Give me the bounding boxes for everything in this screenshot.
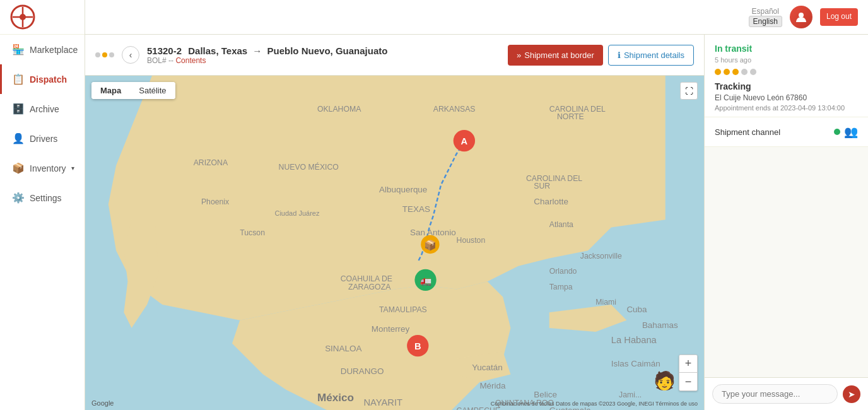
sidebar-item-dispatch[interactable]: 📋 Dispatch xyxy=(0,64,85,94)
svg-text:ZARAGOZA: ZARAGOZA xyxy=(348,283,391,291)
tracking-dots xyxy=(715,69,858,75)
sidebar-item-label: Settings xyxy=(30,193,62,203)
svg-text:Jacksonville: Jacksonville xyxy=(580,252,622,261)
svg-text:Houston: Houston xyxy=(457,236,486,245)
chat-input[interactable] xyxy=(712,384,838,404)
svg-text:Tucson: Tucson xyxy=(240,228,265,237)
zoom-controls: + − xyxy=(679,354,698,391)
svg-text:Mérida: Mérida xyxy=(479,381,506,390)
channel-label: Shipment channel xyxy=(715,127,780,137)
route-dot-1 xyxy=(95,52,100,57)
shipment-bol: BOL# -- Contents xyxy=(147,56,500,65)
sidebar-item-settings[interactable]: ⚙️ Settings xyxy=(0,183,85,213)
zoom-in-button[interactable]: + xyxy=(679,355,697,373)
tracking-dot-4 xyxy=(741,69,748,75)
tab-satelite[interactable]: Satélite xyxy=(130,82,175,99)
svg-text:Islas Caimán: Islas Caimán xyxy=(611,359,660,368)
participants-icon: 👥 xyxy=(844,125,858,139)
svg-text:Albuquerque: Albuquerque xyxy=(379,185,427,194)
main-area: Español English Log out ‹ xyxy=(85,0,868,410)
bol-contents-link[interactable]: Contents xyxy=(175,56,206,65)
tracking-appointment: Appointment ends at 2023-04-09 13:04:00 xyxy=(715,104,858,112)
sidebar-item-inventory[interactable]: 📦 Inventory xyxy=(0,153,85,183)
svg-text:SUR: SUR xyxy=(534,182,550,190)
tracking-location: El Cuije Nuevo León 67860 xyxy=(715,93,858,102)
channel-icons: 👥 xyxy=(834,125,858,139)
sidebar-item-label: Dispatch xyxy=(30,74,67,85)
svg-text:B: B xyxy=(414,341,421,351)
zoom-out-button[interactable]: − xyxy=(679,373,697,390)
send-icon: ➤ xyxy=(848,389,855,399)
fullscreen-icon: ⛶ xyxy=(685,86,693,96)
tracking-label: Tracking xyxy=(715,81,858,91)
shipment-channel-section: Shipment channel 👥 xyxy=(705,117,868,147)
app-logo-icon xyxy=(10,4,35,30)
sidebar-item-drivers[interactable]: 👤 Drivers xyxy=(0,124,85,153)
shipment-destination: Pueblo Nuevo, Guanajuato xyxy=(267,45,388,56)
svg-text:Cuba: Cuba xyxy=(626,305,647,314)
tracking-dot-5 xyxy=(750,69,756,75)
fullscreen-button[interactable]: ⛶ xyxy=(680,82,698,100)
map-section: ‹ 51320-2 Dallas, Texas → Pueblo Nuevo, … xyxy=(85,35,704,410)
svg-text:TAMAULIPAS: TAMAULIPAS xyxy=(379,305,427,314)
svg-text:Orlando: Orlando xyxy=(549,267,577,276)
sidebar-item-label: Archive xyxy=(30,104,59,114)
sidebar-item-archive[interactable]: 🗄️ Archive xyxy=(0,94,85,124)
svg-text:ARIZONA: ARIZONA xyxy=(194,158,228,167)
route-dots xyxy=(95,52,114,57)
settings-icon: ⚙️ xyxy=(12,192,25,204)
svg-text:Charlotte: Charlotte xyxy=(534,197,568,206)
status-time: 5 hours ago xyxy=(715,56,858,64)
sidebar-item-marketplace[interactable]: 🏪 Marketplace xyxy=(0,35,85,64)
lang-inactive[interactable]: Español xyxy=(752,7,779,16)
map-attribution: Combinaciones de teclas Datos de mapas ©… xyxy=(491,401,698,407)
svg-text:Yucatán: Yucatán xyxy=(472,363,503,372)
tab-mapa[interactable]: Mapa xyxy=(91,82,130,99)
chat-send-button[interactable]: ➤ xyxy=(843,385,860,403)
svg-text:📦: 📦 xyxy=(424,239,437,251)
logout-button[interactable]: Log out xyxy=(820,8,858,26)
archive-icon: 🗄️ xyxy=(12,103,25,115)
svg-text:México: México xyxy=(317,391,354,404)
svg-text:Atlanta: Atlanta xyxy=(549,220,573,229)
route-arrow: → xyxy=(252,45,262,56)
street-view-person[interactable]: 🧑 xyxy=(654,370,676,391)
svg-text:Ciudad Juárez: Ciudad Juárez xyxy=(274,209,320,217)
content-area: ‹ 51320-2 Dallas, Texas → Pueblo Nuevo, … xyxy=(85,35,868,410)
shipment-at-border-button[interactable]: » Shipment at border xyxy=(508,45,603,66)
status-badge: In transit xyxy=(715,44,858,54)
chat-input-area: ➤ xyxy=(705,377,868,410)
svg-text:🚛: 🚛 xyxy=(420,275,432,286)
svg-text:Monterrey: Monterrey xyxy=(372,324,410,334)
sidebar-item-label: Drivers xyxy=(30,134,57,144)
svg-text:Phoenix: Phoenix xyxy=(201,197,229,206)
inventory-icon: 📦 xyxy=(12,162,25,174)
map-container: OKLAHOMA ARKANSAS CAROLINA DEL NORTE ARI… xyxy=(85,76,704,410)
svg-text:ARKANSAS: ARKANSAS xyxy=(433,105,476,114)
sidebar-logo xyxy=(0,0,85,35)
svg-text:Bahamas: Bahamas xyxy=(642,320,678,330)
tracking-dot-3 xyxy=(732,69,739,75)
svg-text:Tampa: Tampa xyxy=(549,283,573,291)
shipment-details-button[interactable]: ℹ Shipment details xyxy=(608,45,694,66)
svg-text:A: A xyxy=(461,136,468,146)
svg-text:OKLAHOMA: OKLAHOMA xyxy=(317,105,361,114)
shipment-id: 51320-2 Dallas, Texas → Pueblo Nuevo, Gu… xyxy=(147,45,500,56)
svg-text:TEXAS: TEXAS xyxy=(402,204,430,214)
back-button[interactable]: ‹ xyxy=(122,46,139,64)
svg-point-4 xyxy=(799,13,804,18)
tracking-dot-2 xyxy=(724,69,730,75)
shipment-number: 51320-2 xyxy=(147,45,182,56)
chat-messages-area xyxy=(705,147,868,377)
online-indicator xyxy=(834,129,840,135)
details-btn-icon: ℹ xyxy=(618,50,621,60)
right-panel: In transit 5 hours ago Tracking El Cuije… xyxy=(704,35,868,410)
lang-active[interactable]: English xyxy=(749,16,782,27)
svg-text:SINALOA: SINALOA xyxy=(325,344,361,353)
language-switcher[interactable]: Español English xyxy=(749,7,782,27)
route-dot-3 xyxy=(109,52,114,57)
drivers-icon: 👤 xyxy=(12,132,25,144)
svg-text:NUEVO MÉXICO: NUEVO MÉXICO xyxy=(279,162,339,172)
svg-text:NAYARIT: NAYARIT xyxy=(363,397,402,407)
topbar: Español English Log out xyxy=(85,0,868,35)
